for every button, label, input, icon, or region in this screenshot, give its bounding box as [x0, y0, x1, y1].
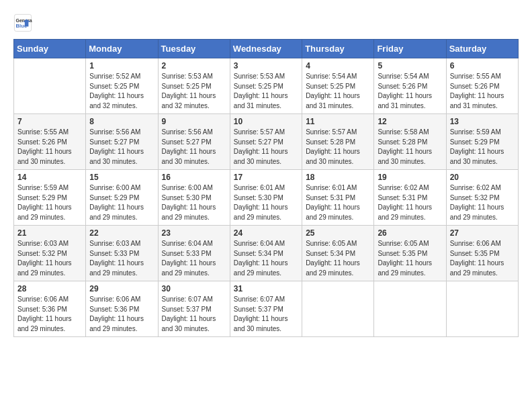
day-number: 11 — [306, 117, 370, 126]
day-info: Sunrise: 6:00 AM Sunset: 5:29 PM Dayligh… — [89, 183, 154, 222]
day-number: 4 — [306, 61, 370, 71]
calendar-cell: 31Sunrise: 6:07 AM Sunset: 5:37 PM Dayli… — [230, 281, 302, 337]
day-info: Sunrise: 5:59 AM Sunset: 5:29 PM Dayligh… — [17, 183, 82, 222]
day-info: Sunrise: 5:54 AM Sunset: 5:26 PM Dayligh… — [378, 72, 442, 111]
calendar-cell: 2Sunrise: 5:53 AM Sunset: 5:25 PM Daylig… — [158, 58, 230, 114]
day-number: 18 — [306, 173, 370, 182]
weekday-header-wednesday: Wednesday — [230, 40, 302, 58]
day-number: 2 — [162, 61, 226, 71]
day-number: 23 — [162, 228, 226, 238]
day-info: Sunrise: 6:07 AM Sunset: 5:37 PM Dayligh… — [162, 295, 226, 334]
calendar-cell: 24Sunrise: 6:04 AM Sunset: 5:34 PM Dayli… — [230, 226, 302, 281]
calendar-cell: 6Sunrise: 5:55 AM Sunset: 5:26 PM Daylig… — [446, 58, 518, 114]
calendar-cell — [302, 281, 374, 337]
day-number: 25 — [306, 228, 370, 238]
calendar-cell: 10Sunrise: 5:57 AM Sunset: 5:27 PM Dayli… — [230, 114, 302, 170]
day-info: Sunrise: 6:00 AM Sunset: 5:30 PM Dayligh… — [162, 183, 226, 222]
calendar-cell: 15Sunrise: 6:00 AM Sunset: 5:29 PM Dayli… — [86, 170, 158, 226]
day-info: Sunrise: 6:07 AM Sunset: 5:37 PM Dayligh… — [234, 295, 298, 334]
day-info: Sunrise: 5:58 AM Sunset: 5:28 PM Dayligh… — [378, 128, 442, 167]
calendar-cell: 25Sunrise: 6:05 AM Sunset: 5:34 PM Dayli… — [302, 226, 374, 281]
day-info: Sunrise: 6:02 AM Sunset: 5:31 PM Dayligh… — [378, 183, 442, 222]
calendar-cell: 12Sunrise: 5:58 AM Sunset: 5:28 PM Dayli… — [374, 114, 446, 170]
calendar-cell: 16Sunrise: 6:00 AM Sunset: 5:30 PM Dayli… — [158, 170, 230, 226]
calendar-cell: 21Sunrise: 6:03 AM Sunset: 5:32 PM Dayli… — [14, 226, 86, 281]
day-info: Sunrise: 6:04 AM Sunset: 5:34 PM Dayligh… — [234, 239, 298, 278]
day-number: 1 — [89, 61, 154, 71]
day-info: Sunrise: 6:06 AM Sunset: 5:35 PM Dayligh… — [450, 239, 515, 278]
day-number: 15 — [89, 173, 154, 182]
day-number: 16 — [162, 173, 226, 182]
calendar-cell: 11Sunrise: 5:57 AM Sunset: 5:28 PM Dayli… — [302, 114, 374, 170]
calendar-cell: 17Sunrise: 6:01 AM Sunset: 5:30 PM Dayli… — [230, 170, 302, 226]
day-number: 26 — [378, 228, 442, 238]
day-info: Sunrise: 5:57 AM Sunset: 5:28 PM Dayligh… — [306, 128, 370, 167]
day-number: 5 — [378, 61, 442, 71]
weekday-header-monday: Monday — [86, 40, 158, 58]
calendar-cell: 4Sunrise: 5:54 AM Sunset: 5:25 PM Daylig… — [302, 58, 374, 114]
calendar-week-row: 28Sunrise: 6:06 AM Sunset: 5:36 PM Dayli… — [14, 281, 519, 337]
calendar-cell: 28Sunrise: 6:06 AM Sunset: 5:36 PM Dayli… — [14, 281, 86, 337]
weekday-header-sunday: Sunday — [14, 40, 86, 58]
weekday-header-tuesday: Tuesday — [158, 40, 230, 58]
day-info: Sunrise: 5:59 AM Sunset: 5:29 PM Dayligh… — [450, 128, 515, 167]
calendar-cell: 27Sunrise: 6:06 AM Sunset: 5:35 PM Dayli… — [446, 226, 518, 281]
day-number: 7 — [17, 117, 82, 126]
calendar-cell: 5Sunrise: 5:54 AM Sunset: 5:26 PM Daylig… — [374, 58, 446, 114]
day-info: Sunrise: 6:02 AM Sunset: 5:32 PM Dayligh… — [450, 183, 515, 222]
calendar-table: SundayMondayTuesdayWednesdayThursdayFrid… — [13, 39, 519, 337]
calendar-cell: 23Sunrise: 6:04 AM Sunset: 5:33 PM Dayli… — [158, 226, 230, 281]
calendar-cell: 9Sunrise: 5:56 AM Sunset: 5:27 PM Daylig… — [158, 114, 230, 170]
day-info: Sunrise: 6:01 AM Sunset: 5:30 PM Dayligh… — [234, 183, 298, 222]
calendar-cell — [374, 281, 446, 337]
day-number: 22 — [89, 228, 154, 238]
day-info: Sunrise: 5:53 AM Sunset: 5:25 PM Dayligh… — [234, 72, 298, 111]
day-info: Sunrise: 5:53 AM Sunset: 5:25 PM Dayligh… — [162, 72, 226, 111]
day-number: 9 — [162, 117, 226, 126]
weekday-header-friday: Friday — [374, 40, 446, 58]
day-info: Sunrise: 5:54 AM Sunset: 5:25 PM Dayligh… — [306, 72, 370, 111]
day-number: 29 — [89, 284, 154, 293]
calendar-cell: 1Sunrise: 5:52 AM Sunset: 5:25 PM Daylig… — [86, 58, 158, 114]
day-number: 30 — [162, 284, 226, 293]
day-info: Sunrise: 6:01 AM Sunset: 5:31 PM Dayligh… — [306, 183, 370, 222]
day-info: Sunrise: 6:05 AM Sunset: 5:34 PM Dayligh… — [306, 239, 370, 278]
logo: General Blue — [13, 13, 32, 32]
day-info: Sunrise: 5:56 AM Sunset: 5:27 PM Dayligh… — [162, 128, 226, 167]
calendar-cell: 29Sunrise: 6:06 AM Sunset: 5:36 PM Dayli… — [86, 281, 158, 337]
calendar-week-row: 1Sunrise: 5:52 AM Sunset: 5:25 PM Daylig… — [14, 58, 519, 114]
day-number: 21 — [17, 228, 82, 238]
day-number: 13 — [450, 117, 515, 126]
day-number: 3 — [234, 61, 298, 71]
calendar-cell: 13Sunrise: 5:59 AM Sunset: 5:29 PM Dayli… — [446, 114, 518, 170]
day-number: 19 — [378, 173, 442, 182]
day-info: Sunrise: 5:56 AM Sunset: 5:27 PM Dayligh… — [89, 128, 154, 167]
weekday-header-saturday: Saturday — [446, 40, 518, 58]
day-number: 8 — [89, 117, 154, 126]
day-info: Sunrise: 6:05 AM Sunset: 5:35 PM Dayligh… — [378, 239, 442, 278]
calendar-cell — [14, 58, 86, 114]
calendar-cell: 20Sunrise: 6:02 AM Sunset: 5:32 PM Dayli… — [446, 170, 518, 226]
calendar-cell: 22Sunrise: 6:03 AM Sunset: 5:33 PM Dayli… — [86, 226, 158, 281]
calendar-cell — [446, 281, 518, 337]
calendar-cell: 30Sunrise: 6:07 AM Sunset: 5:37 PM Dayli… — [158, 281, 230, 337]
day-number: 12 — [378, 117, 442, 126]
calendar-cell: 18Sunrise: 6:01 AM Sunset: 5:31 PM Dayli… — [302, 170, 374, 226]
day-number: 14 — [17, 173, 82, 182]
day-info: Sunrise: 6:06 AM Sunset: 5:36 PM Dayligh… — [17, 295, 82, 334]
day-number: 27 — [450, 228, 515, 238]
calendar-cell: 7Sunrise: 5:55 AM Sunset: 5:26 PM Daylig… — [14, 114, 86, 170]
day-number: 20 — [450, 173, 515, 182]
day-number: 17 — [234, 173, 298, 182]
calendar-week-row: 21Sunrise: 6:03 AM Sunset: 5:32 PM Dayli… — [14, 226, 519, 281]
calendar-cell: 14Sunrise: 5:59 AM Sunset: 5:29 PM Dayli… — [14, 170, 86, 226]
calendar-week-row: 14Sunrise: 5:59 AM Sunset: 5:29 PM Dayli… — [14, 170, 519, 226]
calendar-cell: 26Sunrise: 6:05 AM Sunset: 5:35 PM Dayli… — [374, 226, 446, 281]
calendar-cell: 19Sunrise: 6:02 AM Sunset: 5:31 PM Dayli… — [374, 170, 446, 226]
day-number: 24 — [234, 228, 298, 238]
day-number: 6 — [450, 61, 515, 71]
day-info: Sunrise: 5:52 AM Sunset: 5:25 PM Dayligh… — [89, 72, 154, 111]
day-info: Sunrise: 5:55 AM Sunset: 5:26 PM Dayligh… — [450, 72, 515, 111]
weekday-header-row: SundayMondayTuesdayWednesdayThursdayFrid… — [14, 40, 519, 58]
calendar-week-row: 7Sunrise: 5:55 AM Sunset: 5:26 PM Daylig… — [14, 114, 519, 170]
